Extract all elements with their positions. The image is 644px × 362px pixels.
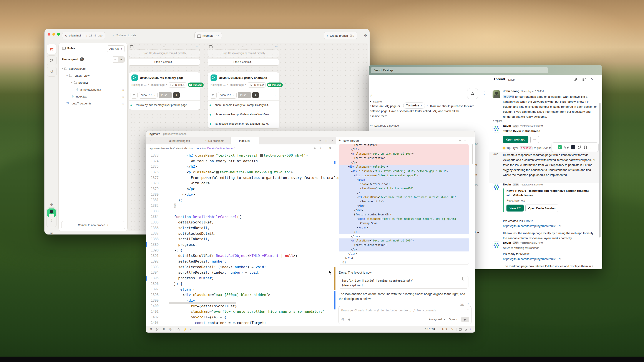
thread-replies-link[interactable]: es bbox=[370, 124, 373, 127]
commit-item[interactable]: ◆fix: resolve TypeScript errors and add … bbox=[208, 119, 279, 128]
view-mode-toggle[interactable]: ≡ ⊞ bbox=[112, 56, 125, 62]
sidebar-item-branches[interactable] bbox=[47, 55, 57, 65]
push-button[interactable]: Push↑ bbox=[159, 92, 172, 98]
commit-item[interactable]: ◆feat(web): add memory layer product pag… bbox=[129, 100, 200, 110]
lane-menu-button[interactable]: ⋯ bbox=[196, 45, 198, 48]
new-tab-button[interactable]: + bbox=[320, 139, 321, 142]
message-timestamp[interactable]: 6:07 bbox=[494, 153, 498, 155]
ai-actions-button[interactable]: ✦ bbox=[173, 92, 180, 98]
tree-item-routes/_view[interactable]: ▾routes/_view bbox=[59, 72, 127, 79]
workspace-settings-icon[interactable]: ⚙ bbox=[364, 33, 367, 37]
user-mention[interactable]: @Devin bbox=[503, 95, 514, 98]
thread-list-button[interactable]: = bbox=[464, 139, 466, 143]
markdown-icon[interactable]: MD bbox=[460, 303, 464, 306]
nav-back-button[interactable]: ← bbox=[150, 139, 152, 142]
pr-link[interactable]: https://github.com/fastrepl/hyprnote/pul… bbox=[503, 224, 562, 228]
pr-badge[interactable]: PR #1981 bbox=[168, 82, 186, 87]
copy-icon[interactable] bbox=[463, 278, 466, 281]
view-pr-button[interactable]: View PR↗ bbox=[218, 92, 236, 99]
branch-card-header[interactable]: devin/1764380912-gallery-shortcuts bbox=[208, 72, 279, 82]
tree-item-ai-notetaking.tsx[interactable]: ⚛ai-notetaking.tsx⊘ bbox=[59, 86, 127, 93]
drag-handle[interactable] bbox=[240, 46, 246, 47]
code-editor[interactable]: 1373 <h2 className="text-3xl font-serif … bbox=[146, 153, 336, 326]
ai-actions-button[interactable]: ✦ bbox=[252, 92, 259, 98]
search-icon[interactable] bbox=[177, 328, 180, 331]
author-name[interactable]: Devin bbox=[503, 241, 511, 244]
expand-pane-button[interactable]: ↗ bbox=[331, 139, 334, 142]
split-pane-button[interactable]: ◫ bbox=[326, 139, 328, 142]
more-message-actions-button[interactable]: ⋮ bbox=[590, 145, 593, 149]
commit-to-new-branch-button[interactable]: Commit to new branch + bbox=[61, 221, 125, 229]
save-for-later-button[interactable] bbox=[584, 145, 587, 149]
thread-settings-button[interactable] bbox=[582, 78, 586, 81]
eyes-reaction-button[interactable] bbox=[564, 146, 568, 149]
account-switcher[interactable]: ∧∨ bbox=[46, 207, 57, 227]
send-button[interactable]: ▶ bbox=[461, 317, 469, 322]
drop-zone[interactable]: Drop files to assign or commit directly bbox=[129, 49, 200, 57]
panel-menu-button[interactable]: ⋯ bbox=[469, 139, 472, 143]
more-options-button[interactable]: ⋮ bbox=[482, 91, 486, 95]
swap-icon[interactable]: ⇅ bbox=[329, 146, 331, 150]
quick-actions-icon[interactable]: ⚡ bbox=[184, 328, 187, 331]
project-selector[interactable]: hyprnote ▲▼ bbox=[194, 32, 222, 39]
tab-index-tsx[interactable]: index.tsx bbox=[231, 137, 259, 144]
cursor-position[interactable]: 1370:34 bbox=[425, 328, 435, 331]
lane-menu-button[interactable]: ⋯ bbox=[275, 45, 278, 48]
assign-review-button[interactable]: ⊡ bbox=[130, 92, 138, 99]
ai-assistant-icon[interactable]: ✦ bbox=[470, 328, 472, 331]
nav-forward-button[interactable]: → bbox=[155, 139, 158, 142]
close-icon[interactable]: ✕ bbox=[591, 77, 594, 81]
scrollbar-thumb[interactable] bbox=[334, 267, 336, 290]
collab-indicator[interactable]: Z› bbox=[450, 328, 453, 331]
feedback-button[interactable]: ✉ bbox=[47, 229, 56, 238]
create-branch-button[interactable]: + Create branch ⌘B bbox=[324, 32, 357, 39]
base-branch-button[interactable]: ↻ origin/main ↕ 13 min ago bbox=[62, 32, 106, 39]
project-panel-icon[interactable]: ⊞ bbox=[150, 328, 152, 331]
minimize-window-button[interactable] bbox=[52, 33, 55, 36]
collapse-lane-icon[interactable] bbox=[130, 45, 134, 48]
collapse-lane-icon[interactable] bbox=[209, 45, 212, 48]
author-name[interactable]: Devin bbox=[503, 124, 511, 127]
scrollbar[interactable] bbox=[472, 144, 473, 164]
check-reaction-button[interactable]: ✓ bbox=[558, 145, 562, 149]
scrollbar[interactable] bbox=[599, 103, 600, 238]
open-in-window-button[interactable] bbox=[574, 78, 577, 81]
start-commit-button[interactable]: Start a commit... bbox=[129, 59, 200, 66]
author-name[interactable]: John Jeong bbox=[503, 89, 520, 93]
view-pr-button[interactable]: View PR bbox=[506, 205, 524, 212]
diagnostics-indicator[interactable]: ✓ No problems bbox=[198, 137, 231, 144]
date-divider-pill[interactable]: Yesterday ▼ bbox=[403, 102, 425, 109]
collab-panel-icon[interactable]: ◎ bbox=[169, 328, 172, 331]
view-pr-button[interactable]: View PR↗ bbox=[139, 92, 158, 99]
devin-avatar[interactable] bbox=[492, 125, 500, 132]
breadcrumb[interactable]: apps/web/src/routes/_view/index.tsx › fu… bbox=[146, 144, 336, 152]
branch-title[interactable]: gitbutler/workspace bbox=[163, 132, 187, 135]
pr-badge[interactable]: PR #1982 bbox=[248, 82, 266, 87]
message-timestamp[interactable]: Yesterday at 6:15 PM bbox=[520, 183, 543, 186]
open-devin-session-button[interactable]: Open Devin Session bbox=[525, 205, 558, 212]
diagnostics-check-icon[interactable]: ✓ bbox=[190, 328, 192, 331]
branch-menu-button[interactable]: ⋯ bbox=[275, 94, 278, 97]
terminal-icon[interactable] bbox=[459, 328, 462, 331]
message-timestamp[interactable]: Yesterday at 6:27 PM bbox=[520, 242, 543, 244]
message-timestamp[interactable]: Yesterday at 6:06 PM bbox=[520, 125, 543, 127]
author-name[interactable]: Devin bbox=[503, 183, 511, 186]
sidebar-item-workspace[interactable] bbox=[47, 44, 57, 54]
branch-card-header[interactable]: devin/1764380749-memory-page bbox=[129, 72, 200, 82]
commit-item[interactable]: ◆chore: rename Gallery to Prompt Gallery… bbox=[208, 100, 279, 110]
commit-item[interactable]: ◆chore: move Prompt Gallery above Workfl… bbox=[208, 110, 279, 119]
start-commit-button[interactable]: Start a commit... bbox=[208, 59, 279, 66]
project-title[interactable]: hyprnote bbox=[150, 132, 160, 135]
tree-item-product[interactable]: ▾product bbox=[59, 79, 127, 86]
push-button[interactable]: Push↑ bbox=[238, 92, 251, 98]
outline-panel-icon[interactable]: ≣ bbox=[162, 328, 165, 331]
new-thread-button[interactable]: + bbox=[459, 139, 461, 143]
expand-input-icon[interactable]: ↗ bbox=[466, 308, 469, 311]
tree-item-routeTree.gen.ts[interactable]: TSrouteTree.gen.ts⊘ bbox=[59, 100, 127, 107]
drop-zone[interactable]: Drop files to assign or commit directly bbox=[208, 49, 279, 57]
selection-icon[interactable]: ∿ bbox=[320, 146, 322, 150]
devin-avatar[interactable] bbox=[492, 183, 500, 191]
message-timestamp[interactable]: Yesterday at 6:06 PM bbox=[521, 90, 544, 92]
search-input[interactable]: Search Fastrepl bbox=[371, 67, 548, 73]
add-context-button[interactable]: ⊕ bbox=[348, 318, 350, 321]
